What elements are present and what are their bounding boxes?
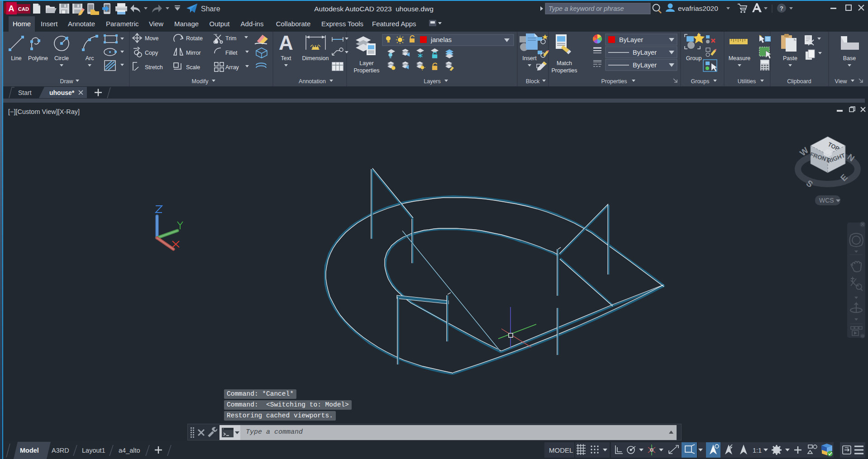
svg-text:Properties: Properties	[552, 67, 577, 74]
svg-text:Arc: Arc	[86, 55, 94, 62]
svg-text:Dimension: Dimension	[302, 55, 329, 62]
svg-text:?: ?	[780, 5, 783, 12]
svg-text:1:1: 1:1	[753, 447, 762, 454]
svg-text:Draw: Draw	[60, 78, 73, 85]
svg-text:A: A	[9, 4, 14, 13]
svg-text:Properties: Properties	[601, 78, 627, 85]
svg-text:Insert: Insert	[522, 55, 537, 62]
svg-text:Clipboard: Clipboard	[787, 78, 811, 85]
svg-text:ByLayer: ByLayer	[619, 36, 643, 43]
svg-text:Fillet: Fillet	[225, 50, 238, 56]
svg-text:Group: Group	[686, 55, 702, 62]
svg-text:janelas: janelas	[430, 36, 452, 43]
svg-text:Match: Match	[557, 60, 572, 66]
svg-text:MODEL: MODEL	[549, 446, 573, 454]
svg-text:A3RD: A3RD	[52, 447, 69, 454]
svg-text:Polyline: Polyline	[28, 55, 48, 62]
svg-text:Share: Share	[201, 5, 220, 13]
svg-text:Circle: Circle	[54, 55, 69, 62]
svg-text:Scale: Scale	[186, 64, 200, 71]
svg-text:Text: Text	[281, 55, 291, 62]
svg-text:Copy: Copy	[145, 50, 158, 56]
svg-text:Utilities: Utilities	[738, 78, 756, 85]
svg-text:Groups: Groups	[691, 78, 710, 85]
svg-text:[−][Custom View][X-Ray]: [−][Custom View][X-Ray]	[8, 108, 80, 115]
svg-text:a4_alto: a4_alto	[119, 447, 140, 454]
svg-text:Measure: Measure	[729, 55, 751, 62]
svg-text:evafrias2020: evafrias2020	[678, 5, 718, 12]
svg-text:uhouse*: uhouse*	[49, 89, 75, 96]
svg-text:Trim: Trim	[225, 35, 237, 42]
svg-text:ByLayer: ByLayer	[633, 62, 657, 69]
svg-text:Rotate: Rotate	[186, 35, 203, 42]
svg-text:Start: Start	[18, 89, 32, 96]
svg-text:Mirror: Mirror	[186, 50, 201, 56]
svg-text:CAD: CAD	[18, 6, 29, 12]
svg-text:Stretch: Stretch	[145, 64, 163, 71]
svg-text:Paste: Paste	[783, 55, 797, 62]
svg-text:View: View	[835, 78, 848, 85]
svg-text:Layers: Layers	[424, 78, 441, 85]
svg-text:Move: Move	[145, 35, 159, 42]
svg-text:Model: Model	[20, 447, 39, 454]
svg-text:Block: Block	[526, 78, 540, 85]
svg-text:Modify: Modify	[192, 78, 209, 85]
svg-text:Autodesk AutoCAD 2023: Autodesk AutoCAD 2023	[314, 5, 391, 13]
svg-text:Base: Base	[843, 55, 856, 62]
svg-text:uhouse.dwg: uhouse.dwg	[396, 5, 434, 13]
svg-text:A: A	[279, 32, 293, 54]
svg-text:Array: Array	[225, 64, 239, 71]
svg-text:Annotation: Annotation	[299, 78, 326, 85]
svg-text:Properties: Properties	[354, 67, 380, 74]
svg-text:Line: Line	[11, 55, 22, 62]
svg-text:Type a keyword or phrase: Type a keyword or phrase	[548, 5, 624, 12]
svg-text:Layer: Layer	[359, 60, 373, 66]
svg-text:ByLayer: ByLayer	[633, 49, 657, 56]
svg-text:Layout1: Layout1	[82, 447, 105, 454]
